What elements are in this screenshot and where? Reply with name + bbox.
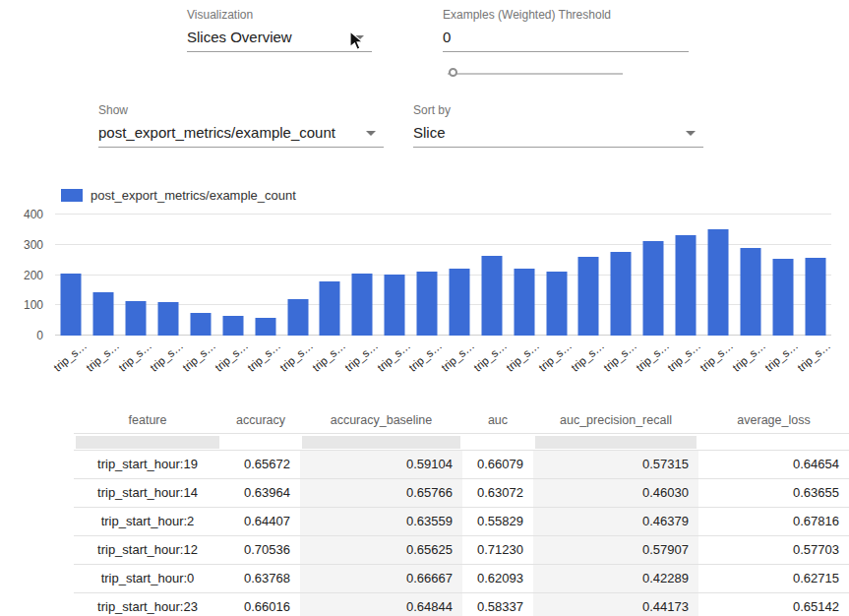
table-row: trip_start_hour:120.705360.656250.712300…: [74, 536, 849, 565]
x-tick-label: trip_s…: [181, 339, 218, 374]
x-tick-label: trip_s…: [698, 339, 736, 374]
column-header[interactable]: average_loss: [698, 413, 849, 427]
bar[interactable]: [385, 275, 405, 336]
filter-input[interactable]: [533, 434, 698, 450]
bar-slot: trip_s…: [637, 215, 670, 336]
y-tick-label: 100: [24, 299, 43, 311]
slicing-metrics-browser: Visualization Slices Overview Examples (…: [0, 0, 849, 616]
bar[interactable]: [449, 269, 469, 336]
table-cell: 0.58337: [462, 593, 533, 616]
filter-cell: [221, 434, 300, 450]
show-value: post_export_metrics/example_count: [98, 124, 335, 141]
legend: post_export_metrics/example_count: [61, 188, 296, 203]
bar-slot: trip_s…: [185, 215, 217, 336]
table-cell: 0.63768: [221, 565, 300, 592]
table-cell: 0.44173: [533, 593, 698, 616]
visualization-control: Visualization Slices Overview: [187, 8, 372, 52]
x-tick-label: trip_s…: [440, 339, 477, 374]
show-label: Show: [98, 103, 384, 117]
table-cell: trip_start_hour:2: [74, 508, 221, 535]
visualization-label: Visualization: [187, 8, 372, 22]
bar[interactable]: [352, 274, 373, 336]
bar[interactable]: [417, 272, 438, 336]
table-cell: 0.63655: [698, 479, 849, 507]
x-tick-label: trip_s…: [795, 339, 832, 374]
bar[interactable]: [546, 272, 567, 336]
table-cell: 0.65672: [221, 451, 300, 478]
sortby-value: Slice: [413, 124, 446, 141]
visualization-select[interactable]: Slices Overview: [187, 28, 372, 52]
y-tick-label: 200: [24, 270, 43, 281]
bar[interactable]: [320, 281, 340, 336]
x-tick-label: trip_s…: [51, 339, 89, 374]
legend-label: post_export_metrics/example_count: [91, 188, 296, 203]
filter-input[interactable]: [300, 434, 462, 450]
x-tick-label: trip_s…: [407, 339, 445, 374]
x-tick-label: trip_s…: [504, 339, 541, 374]
table-cell: 0.70536: [221, 536, 300, 564]
x-tick-label: trip_s…: [569, 339, 606, 374]
bar[interactable]: [222, 316, 243, 336]
column-header[interactable]: auc: [462, 413, 533, 427]
slider-knob[interactable]: [449, 68, 457, 77]
column-header[interactable]: accuracy: [221, 413, 300, 427]
filter-input[interactable]: [74, 434, 221, 450]
table-row: trip_start_hour:190.656720.591040.660790…: [74, 451, 849, 479]
threshold-slider[interactable]: [448, 68, 623, 80]
bar-slot: trip_s…: [314, 215, 346, 336]
filter-row: [74, 434, 849, 451]
bar[interactable]: [481, 256, 502, 336]
bar[interactable]: [772, 259, 793, 336]
bar[interactable]: [190, 313, 211, 336]
x-tick-label: trip_s…: [375, 339, 412, 374]
bar[interactable]: [643, 241, 664, 336]
bar[interactable]: [514, 269, 534, 336]
bar[interactable]: [61, 274, 82, 336]
bar-slot: trip_s…: [281, 215, 314, 336]
bar-slot: trip_s…: [152, 215, 185, 336]
slider-track[interactable]: [448, 73, 623, 75]
table-cell: 0.65766: [300, 479, 462, 507]
bar[interactable]: [578, 257, 599, 336]
x-tick-label: trip_s…: [666, 339, 703, 374]
bar-slot: trip_s…: [120, 215, 152, 336]
y-tick-label: 0: [36, 330, 43, 341]
bar-slot: trip_s…: [734, 215, 766, 336]
table-cell: 0.57703: [698, 536, 849, 564]
table-cell: 0.42289: [533, 565, 698, 592]
x-tick-label: trip_s…: [601, 339, 638, 374]
table-row: trip_start_hour:00.637680.666670.620930.…: [74, 565, 849, 593]
y-tick-label: 400: [24, 209, 43, 220]
bar[interactable]: [158, 302, 179, 336]
bar[interactable]: [707, 229, 728, 336]
sortby-select[interactable]: Slice: [413, 123, 703, 148]
bar[interactable]: [611, 252, 632, 336]
x-tick-label: trip_s…: [536, 339, 574, 374]
plot-area: trip_s…trip_s…trip_s…trip_s…trip_s…trip_…: [55, 215, 831, 336]
bar[interactable]: [805, 258, 825, 336]
threshold-input[interactable]: [443, 28, 689, 52]
table-cell: 0.67816: [698, 508, 849, 535]
bar-slot: trip_s…: [702, 215, 735, 336]
column-header[interactable]: auc_precision_recall: [533, 413, 698, 427]
table-cell: trip_start_hour:0: [74, 565, 221, 592]
bar[interactable]: [255, 318, 275, 336]
bar-slot: trip_s…: [475, 215, 508, 336]
x-tick-label: trip_s…: [84, 339, 121, 374]
bar[interactable]: [676, 235, 697, 336]
bar[interactable]: [740, 248, 760, 336]
column-header[interactable]: accuracy_baseline: [300, 413, 462, 427]
bar-slot: trip_s…: [508, 215, 540, 336]
chevron-down-icon: [366, 131, 376, 136]
table-cell: 0.64844: [300, 593, 462, 616]
x-tick-label: trip_s…: [471, 339, 509, 374]
show-select[interactable]: post_export_metrics/example_count: [98, 123, 384, 148]
bar-slot: trip_s…: [346, 215, 379, 336]
bar[interactable]: [93, 292, 114, 336]
column-header[interactable]: feature: [74, 413, 221, 427]
bar[interactable]: [126, 301, 147, 336]
x-tick-label: trip_s…: [342, 339, 380, 374]
table-cell: 0.46030: [533, 479, 698, 507]
table-cell: trip_start_hour:12: [74, 536, 221, 564]
bar[interactable]: [287, 299, 308, 336]
